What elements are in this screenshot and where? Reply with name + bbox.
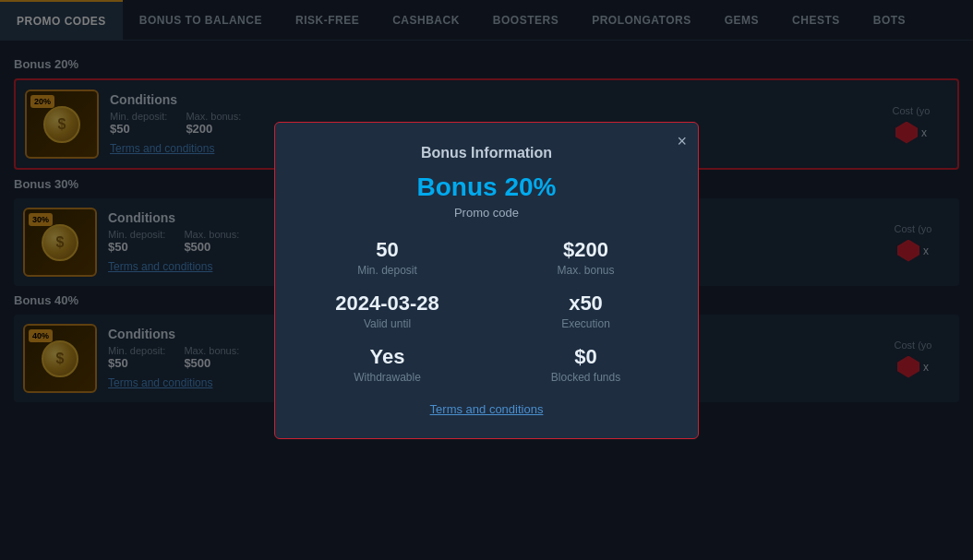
modal-subtitle: Promo code: [297, 206, 676, 220]
modal-stat-blocked-funds: $0 Blocked funds: [496, 345, 676, 384]
modal-stat-label-blocked-funds: Blocked funds: [496, 371, 676, 384]
modal-title: Bonus Information: [297, 145, 676, 161]
modal-overlay[interactable]: × Bonus Information Bonus 20% Promo code…: [0, 0, 973, 560]
modal-stat-value-blocked-funds: $0: [496, 345, 676, 369]
modal-stat-max-bonus: $200 Max. bonus: [496, 238, 676, 277]
modal-stat-label-execution: Execution: [496, 317, 676, 330]
modal-stat-execution: x50 Execution: [496, 292, 676, 330]
modal-stat-label-max-bonus: Max. bonus: [496, 264, 676, 277]
modal-terms-link[interactable]: Terms and conditions: [297, 402, 676, 416]
modal-stat-withdrawable: Yes Withdrawable: [297, 345, 477, 384]
modal-stat-label-withdrawable: Withdrawable: [297, 371, 477, 384]
modal-stat-value-min-deposit: 50: [297, 238, 477, 262]
modal-stat-value-valid-until: 2024-03-28: [297, 292, 477, 316]
modal-stat-value-withdrawable: Yes: [297, 345, 477, 369]
modal-stat-value-execution: x50: [496, 292, 676, 316]
modal-bonus-title: Bonus 20%: [297, 173, 676, 202]
modal-stats-grid: 50 Min. deposit $200 Max. bonus 2024-03-…: [297, 238, 676, 384]
modal-stat-value-max-bonus: $200: [496, 238, 676, 262]
modal-stat-label-valid-until: Valid until: [297, 317, 477, 330]
modal-close-button[interactable]: ×: [677, 132, 687, 151]
modal-stat-min-deposit: 50 Min. deposit: [297, 238, 477, 277]
bonus-info-modal: × Bonus Information Bonus 20% Promo code…: [274, 122, 699, 439]
modal-stat-valid-until: 2024-03-28 Valid until: [297, 292, 477, 330]
modal-stat-label-min-deposit: Min. deposit: [297, 264, 477, 277]
